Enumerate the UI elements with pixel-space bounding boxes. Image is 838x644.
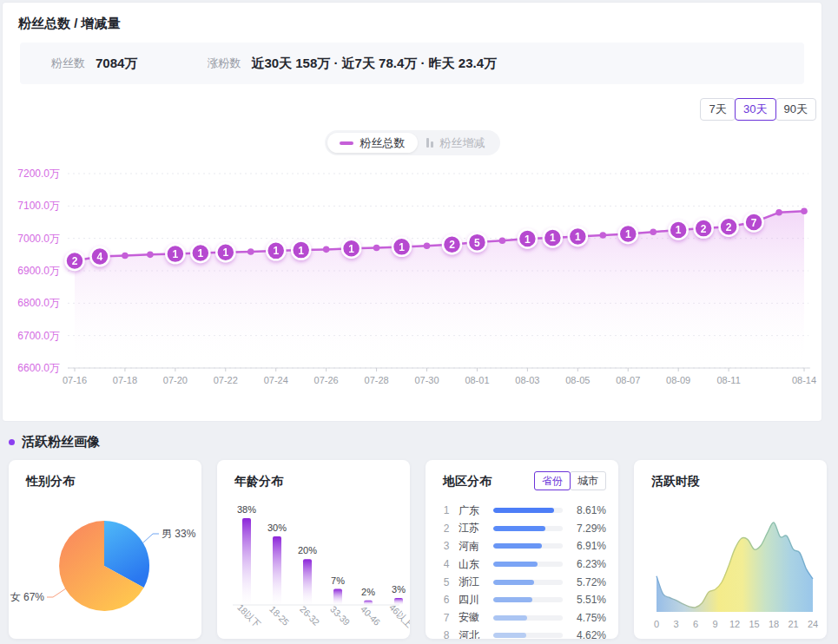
fans-count-value: 7084万 <box>96 56 137 72</box>
region-card-title: 地区分布 <box>443 474 492 490</box>
region-name: 河南 <box>459 539 490 554</box>
region-name: 四川 <box>459 593 490 608</box>
region-name: 江苏 <box>459 521 490 536</box>
svg-text:1: 1 <box>399 241 405 253</box>
region-value: 7.29% <box>570 522 606 535</box>
svg-text:26-32: 26-32 <box>298 603 322 628</box>
portrait-section-title: 活跃粉丝画像 <box>22 434 100 450</box>
region-rank: 4 <box>439 558 453 570</box>
svg-text:7200.0万: 7200.0万 <box>17 168 60 180</box>
legend-item-delta[interactable]: 粉丝增减 <box>418 135 498 151</box>
svg-text:08-14: 08-14 <box>792 375 816 385</box>
fans-growth-label: 涨粉数 <box>207 56 241 71</box>
svg-text:07-24: 07-24 <box>264 375 288 385</box>
svg-text:08-09: 08-09 <box>666 375 690 385</box>
svg-text:3: 3 <box>673 619 678 629</box>
region-bar-fill <box>493 526 545 531</box>
svg-text:1: 1 <box>348 243 354 255</box>
legend-total-label: 粉丝总数 <box>360 135 406 151</box>
region-rank: 6 <box>439 594 453 606</box>
region-rank: 8 <box>439 629 453 639</box>
svg-text:08-07: 08-07 <box>616 375 640 385</box>
region-value: 6.91% <box>570 540 606 552</box>
time-range-group: 7天 30天 90天 <box>701 98 816 121</box>
region-bar-track <box>493 580 563 585</box>
region-name: 山东 <box>459 557 490 572</box>
svg-text:1: 1 <box>173 248 179 260</box>
svg-text:07-18: 07-18 <box>113 375 137 385</box>
svg-text:18: 18 <box>769 619 779 629</box>
region-name: 广东 <box>459 503 490 518</box>
region-bar-track <box>493 526 563 531</box>
svg-text:6700.0万: 6700.0万 <box>17 330 60 342</box>
active-hours-card: 活跃时段 03691215182124 <box>634 460 827 639</box>
region-bar-fill <box>493 508 554 513</box>
svg-text:07-26: 07-26 <box>314 375 339 385</box>
svg-text:08-05: 08-05 <box>565 375 590 385</box>
svg-text:30%: 30% <box>267 522 287 533</box>
region-row: 1广东8.61% <box>439 502 606 520</box>
card-title: 粉丝总数 / 增减量 <box>18 16 121 32</box>
region-rank: 3 <box>439 540 453 552</box>
portrait-section-header: 活跃粉丝画像 <box>9 434 100 450</box>
range-button-90d[interactable]: 90天 <box>775 98 816 121</box>
region-bar-fill <box>493 580 534 585</box>
svg-text:1: 1 <box>550 232 556 244</box>
region-bar-fill <box>493 562 538 567</box>
svg-text:08-03: 08-03 <box>515 375 539 385</box>
svg-text:33-39: 33-39 <box>328 603 353 628</box>
active-hours-area-chart: 03691215182124 <box>634 460 827 639</box>
range-button-7d[interactable]: 7天 <box>700 98 736 121</box>
bar-series-icon <box>426 138 435 148</box>
section-bullet-icon <box>9 439 15 445</box>
svg-text:07-22: 07-22 <box>214 375 238 385</box>
svg-text:5: 5 <box>474 237 480 249</box>
svg-text:7: 7 <box>751 217 757 229</box>
svg-text:1: 1 <box>222 246 228 259</box>
region-bar-track <box>493 508 563 513</box>
svg-text:6600.0万: 6600.0万 <box>17 362 60 374</box>
fans-count-label: 粉丝数 <box>51 56 85 71</box>
fan-analytics-page: 粉丝总数 / 增减量 粉丝数 7084万 涨粉数 近30天 158万 · 近7天… <box>0 0 838 644</box>
region-bar-track <box>493 543 563 549</box>
svg-text:2: 2 <box>449 239 455 251</box>
stats-bar: 粉丝数 7084万 涨粉数 近30天 158万 · 近7天 78.4万 · 昨天… <box>20 43 804 84</box>
svg-text:6: 6 <box>693 619 698 629</box>
svg-text:1: 1 <box>676 224 682 236</box>
region-rank: 7 <box>439 612 453 624</box>
region-tab-group: 省份 城市 <box>535 471 606 490</box>
legend-item-total[interactable]: 粉丝总数 <box>327 133 418 153</box>
fans-growth-group: 涨粉数 近30天 158万 · 近7天 78.4万 · 昨天 23.4万 <box>207 56 497 72</box>
gender-card: 性别分布 男 33%女 67% <box>9 460 201 639</box>
svg-text:7%: 7% <box>331 575 345 586</box>
region-bar-fill <box>493 597 532 602</box>
svg-text:20%: 20% <box>298 545 317 555</box>
region-value: 4.75% <box>570 612 606 624</box>
followers-card: 粉丝总数 / 增减量 粉丝数 7084万 涨粉数 近30天 158万 · 近7天… <box>2 2 822 422</box>
region-card: 地区分布 省份 城市 1广东8.61%2江苏7.29%3河南6.91%4山东6.… <box>426 460 618 639</box>
svg-text:2: 2 <box>72 255 78 267</box>
svg-text:46以上: 46以上 <box>387 601 410 629</box>
region-rank: 5 <box>439 576 453 588</box>
region-bar-fill <box>493 633 526 638</box>
age-bar-chart: 38%18以下30%18-2520%26-327%33-392%40-463%4… <box>217 460 410 639</box>
region-bar-fill <box>493 615 527 621</box>
svg-text:07-16: 07-16 <box>63 375 87 385</box>
region-bar-track <box>493 597 563 602</box>
tab-city[interactable]: 城市 <box>570 471 606 490</box>
region-value: 4.62% <box>570 629 606 639</box>
region-row: 6四川5.51% <box>439 591 606 609</box>
region-row: 2江苏7.29% <box>439 520 606 538</box>
svg-text:07-28: 07-28 <box>365 375 389 385</box>
region-rank: 2 <box>439 522 453 535</box>
fans-growth-value: 近30天 158万 · 近7天 78.4万 · 昨天 23.4万 <box>251 56 497 72</box>
legend-delta-label: 粉丝增减 <box>440 135 485 151</box>
region-row: 7安徽4.75% <box>439 609 606 628</box>
range-button-30d[interactable]: 30天 <box>735 98 775 121</box>
svg-text:40-46: 40-46 <box>359 603 383 628</box>
region-ranking-list: 1广东8.61%2江苏7.29%3河南6.91%4山东6.23%5浙江5.72%… <box>439 502 606 639</box>
svg-text:21: 21 <box>788 619 798 629</box>
svg-text:女 67%: 女 67% <box>10 591 45 603</box>
tab-province[interactable]: 省份 <box>534 471 571 490</box>
svg-text:7000.0万: 7000.0万 <box>17 233 60 245</box>
